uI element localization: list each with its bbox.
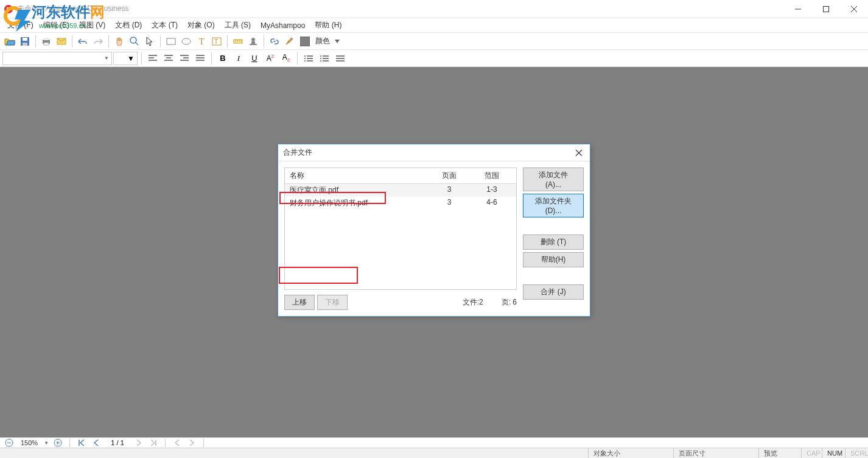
ruler-icon[interactable] — [231, 35, 245, 48]
svg-text:T: T — [199, 37, 205, 46]
page-nav-bar: 150% ▼ 1 / 1 — [0, 437, 868, 448]
zoom-icon[interactable] — [127, 35, 142, 48]
align-justify-icon[interactable] — [193, 52, 208, 65]
list2-icon[interactable] — [317, 52, 332, 65]
align-center-icon[interactable] — [161, 52, 176, 65]
underline-icon[interactable]: U — [247, 52, 262, 65]
rect-icon[interactable] — [164, 35, 178, 48]
status-scrl: SCRL — [845, 448, 868, 458]
dialog-title: 合并文件 — [283, 147, 312, 158]
table-row[interactable]: 医疗室立面.pdf 3 1-3 — [285, 184, 516, 197]
open-icon[interactable] — [2, 35, 17, 48]
last-page-icon[interactable] — [148, 438, 159, 448]
link-icon[interactable] — [267, 35, 282, 48]
file-count: 文件:2 — [463, 297, 483, 308]
status-bar: 对象大小 页面尺寸 预览 CAP NUM SCRL — [0, 448, 868, 458]
font-size-select[interactable]: ▼ — [113, 52, 138, 65]
help-button[interactable]: 帮助(H) — [523, 252, 584, 267]
textbox-icon[interactable]: T — [209, 35, 224, 48]
svg-rect-18 — [251, 41, 255, 44]
svg-rect-11 — [167, 38, 175, 44]
add-file-button[interactable]: 添加文件 (A)... — [523, 167, 584, 191]
col-header-range[interactable]: 范围 — [467, 168, 516, 183]
zoom-out-icon[interactable] — [4, 438, 15, 448]
brush-icon[interactable] — [282, 35, 297, 48]
menu-object[interactable]: 对象 (O) — [183, 18, 220, 32]
color-swatch[interactable] — [298, 35, 312, 48]
maximize-button[interactable] — [812, 0, 840, 18]
svg-rect-8 — [44, 43, 49, 45]
merge-button[interactable]: 合并 (J) — [523, 284, 584, 300]
hand-icon[interactable] — [112, 35, 127, 48]
next-page-icon[interactable] — [133, 438, 144, 448]
svg-point-10 — [130, 37, 136, 43]
merge-files-dialog: 合并文件 名称 页面 范围 医疗室立面.pdf 3 1-3 财务用户操作说明书.… — [278, 144, 590, 317]
move-up-button[interactable]: 上移 — [284, 295, 315, 310]
zoom-in-icon[interactable] — [52, 438, 63, 448]
svg-rect-4 — [23, 38, 27, 41]
prev-page-icon[interactable] — [91, 438, 102, 448]
color-dropdown-icon[interactable] — [333, 35, 341, 48]
status-object-size: 对象大小 — [588, 448, 673, 458]
table-row[interactable]: 财务用户操作说明书.pdf 3 4-6 — [285, 197, 516, 210]
font-family-select[interactable]: ▼ — [2, 52, 112, 65]
close-button[interactable] — [840, 0, 868, 18]
move-down-button[interactable]: 下移 — [317, 295, 348, 310]
svg-rect-5 — [23, 43, 27, 46]
svg-point-21 — [320, 58, 321, 59]
status-preview: 预览 — [758, 448, 801, 458]
page-indicator[interactable]: 1 / 1 — [105, 439, 130, 446]
title-bar: 未命名 - Ashampoo PDF Business — [0, 0, 868, 18]
dialog-titlebar: 合并文件 — [278, 144, 590, 161]
svg-point-12 — [182, 38, 191, 44]
align-left-icon[interactable] — [145, 52, 160, 65]
menu-bar: 文件 (F) 编辑 (E) 视图 (V) 文档 (D) 文本 (T) 对象 (O… — [0, 18, 868, 33]
svg-point-17 — [251, 38, 255, 41]
app-icon — [4, 4, 13, 14]
subscript-icon[interactable]: A2 — [279, 52, 293, 65]
superscript-icon[interactable]: A2 — [263, 52, 278, 65]
zoom-level[interactable]: 150% — [18, 439, 40, 446]
file-list-table[interactable]: 名称 页面 范围 医疗室立面.pdf 3 1-3 财务用户操作说明书.pdf 3… — [284, 167, 517, 290]
menu-myashampoo[interactable]: MyAshampoo — [256, 19, 310, 32]
italic-icon[interactable]: I — [231, 52, 246, 65]
align-right-icon[interactable] — [177, 52, 192, 65]
save-icon[interactable] — [18, 35, 32, 48]
email-icon[interactable] — [54, 35, 69, 48]
redo-icon[interactable] — [91, 35, 105, 48]
bold-icon[interactable]: B — [215, 52, 230, 65]
print-icon[interactable] — [39, 35, 54, 48]
delete-button[interactable]: 删除 (T) — [523, 234, 584, 250]
forward-view-icon[interactable] — [186, 438, 197, 448]
col-header-pages[interactable]: 页面 — [431, 168, 467, 183]
list-icon[interactable] — [301, 52, 316, 65]
menu-view[interactable]: 视图 (V) — [74, 18, 110, 32]
ellipse-icon[interactable] — [179, 35, 194, 48]
svg-rect-7 — [44, 38, 49, 40]
toolbar-format: ▼ ▼ B I U A2 A2 — [0, 50, 868, 67]
text-icon[interactable]: T — [194, 35, 209, 48]
svg-text:T: T — [214, 38, 218, 45]
page-count: 页: 6 — [502, 297, 517, 308]
menu-help[interactable]: 帮助 (H) — [310, 18, 346, 32]
stamp-icon[interactable] — [246, 35, 261, 48]
menu-text[interactable]: 文本 (T) — [147, 18, 183, 32]
first-page-icon[interactable] — [76, 438, 87, 448]
add-folder-button[interactable]: 添加文件夹 (D)... — [523, 194, 584, 217]
status-num: NUM — [822, 448, 845, 458]
menu-tools[interactable]: 工具 (S) — [220, 18, 256, 32]
col-header-name[interactable]: 名称 — [285, 168, 431, 183]
menu-file[interactable]: 文件 (F) — [2, 18, 38, 32]
dialog-close-button[interactable] — [573, 147, 585, 159]
menu-edit[interactable]: 编辑 (E) — [38, 18, 74, 32]
window-title: 未命名 - Ashampoo PDF Business — [17, 4, 128, 14]
undo-icon[interactable] — [75, 35, 90, 48]
minimize-button[interactable] — [784, 0, 812, 18]
list3-icon[interactable] — [333, 52, 348, 65]
back-view-icon[interactable] — [172, 438, 183, 448]
svg-rect-19 — [250, 44, 257, 45]
pointer-icon[interactable] — [142, 35, 157, 48]
menu-document[interactable]: 文档 (D) — [110, 18, 147, 32]
status-cap: CAP — [801, 448, 822, 458]
status-page-size: 页面尺寸 — [673, 448, 758, 458]
